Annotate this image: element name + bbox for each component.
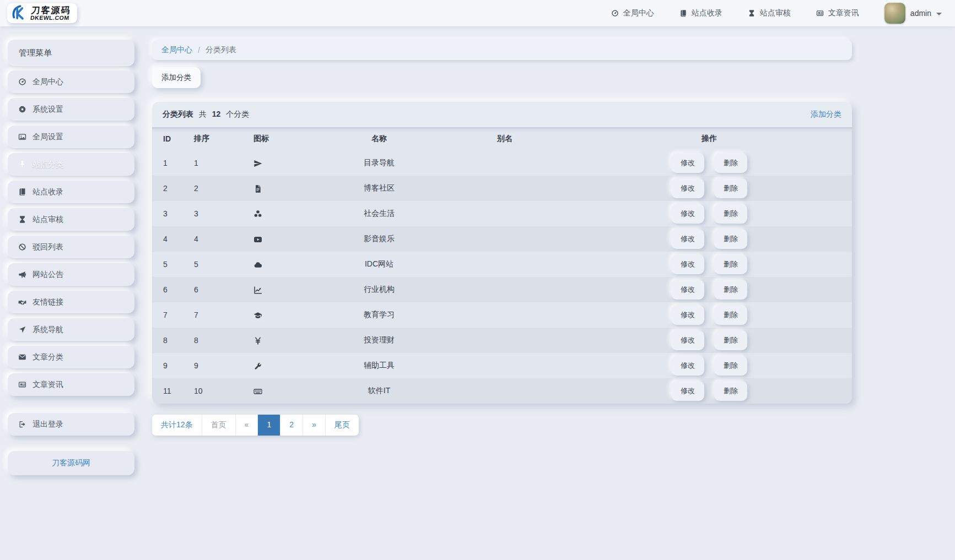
nav-item-site-include[interactable]: 站点收录	[679, 8, 722, 18]
panel-count-prefix: 共	[199, 110, 207, 118]
sidebar-item-label: 退出登录	[33, 420, 63, 429]
nav-item-label: 站点收录	[692, 8, 722, 18]
col-header-alias: 别名	[443, 127, 566, 150]
cell-alias	[443, 252, 566, 277]
cell-sort: 8	[183, 328, 233, 353]
edit-button[interactable]: 修改	[671, 305, 704, 325]
pagination-total: 共计12条	[152, 415, 202, 436]
edit-button[interactable]: 修改	[671, 254, 704, 274]
sidebar-item-site-include[interactable]: 站点收录	[8, 181, 134, 203]
sidebar-item-label: 全局设置	[33, 132, 63, 142]
table-row: 2 2 博客社区 修改 删除	[152, 176, 852, 201]
delete-button[interactable]: 删除	[714, 330, 747, 350]
bullhorn-icon	[18, 270, 26, 279]
sidebar-spacer	[8, 401, 134, 413]
user-menu[interactable]: admin	[884, 3, 942, 24]
panel-add-category-link[interactable]: 添加分类	[811, 110, 841, 119]
add-category-button[interactable]: 添加分类	[152, 67, 201, 88]
sidebar-item-logout[interactable]: 退出登录	[8, 413, 134, 436]
table-row: 4 4 影音娱乐 修改 删除	[152, 226, 852, 252]
sidebar-item-site-categories[interactable]: 站点分类	[8, 153, 134, 176]
pagination-page-2[interactable]: 2	[280, 415, 303, 436]
breadcrumb-root-link[interactable]: 全局中心	[161, 45, 192, 55]
paper-plane-icon	[253, 159, 262, 168]
newspaper-icon	[18, 380, 26, 389]
delete-button[interactable]: 删除	[714, 280, 747, 300]
nav-item-site-review[interactable]: 站点审核	[748, 8, 791, 18]
cell-alias	[443, 277, 566, 302]
cell-sort: 4	[183, 226, 233, 252]
cell-alias	[443, 176, 566, 201]
cell-id: 8	[152, 328, 183, 353]
nav-item-label: 站点审核	[760, 8, 791, 18]
edit-button[interactable]: 修改	[671, 381, 704, 401]
delete-button[interactable]: 删除	[714, 305, 747, 325]
sidebar-item-system-settings[interactable]: 系统设置	[8, 98, 134, 121]
chart-line-icon	[253, 286, 262, 295]
pagination: 共计12条 首页 « 1 2 » 尾页	[152, 415, 359, 436]
cell-id: 9	[152, 353, 183, 378]
table-row: 5 5 IDC网站 修改 删除	[152, 252, 852, 277]
pagination-last[interactable]: 尾页	[326, 415, 359, 436]
edit-button[interactable]: 修改	[671, 229, 704, 249]
sidebar-item-system-nav[interactable]: 系统导航	[8, 318, 134, 341]
cell-id: 1	[152, 150, 183, 176]
cell-name: 目录导航	[315, 150, 443, 176]
newspaper-icon	[816, 9, 824, 17]
edit-button[interactable]: 修改	[671, 204, 704, 224]
panel-title-group: 分类列表 共 12 个分类	[163, 110, 249, 119]
user-name: admin	[910, 9, 931, 18]
panel-title: 分类列表	[163, 110, 193, 118]
sidebar-footer-link[interactable]: 刀客源码网	[8, 451, 134, 475]
youtube-icon	[253, 235, 262, 244]
sidebar-item-label: 文章资讯	[33, 380, 63, 390]
delete-button[interactable]: 删除	[714, 153, 747, 173]
sidebar-item-global-center[interactable]: 全局中心	[8, 70, 134, 93]
yen-icon	[253, 336, 262, 345]
breadcrumb: 全局中心 / 分类列表	[152, 40, 852, 60]
brand-logo[interactable]: 刀客源码 DKEWL.COM	[7, 3, 77, 23]
edit-button[interactable]: 修改	[671, 153, 704, 173]
nav-item-label: 文章资讯	[828, 8, 859, 18]
sidebar-item-site-review[interactable]: 站点审核	[8, 208, 134, 231]
cell-id: 5	[152, 252, 183, 277]
cell-id: 7	[152, 302, 183, 328]
cell-name: 社会生活	[315, 201, 443, 226]
book-icon	[679, 9, 687, 17]
sidebar-item-article-categories[interactable]: 文章分类	[8, 346, 134, 368]
pagination-page-1[interactable]: 1	[258, 415, 280, 436]
table-row: 3 3 社会生活 修改 删除	[152, 201, 852, 226]
nav-item-global-center[interactable]: 全局中心	[611, 8, 654, 18]
file-icon	[253, 184, 262, 193]
col-header-id: ID	[152, 127, 183, 150]
image-icon	[18, 133, 26, 141]
sidebar-item-rejected-list[interactable]: 驳回列表	[8, 236, 134, 258]
book-icon	[18, 188, 26, 196]
pagination-prev[interactable]: «	[236, 415, 258, 436]
delete-button[interactable]: 删除	[714, 178, 747, 198]
tachometer-icon	[611, 9, 619, 17]
sidebar-item-label: 全局中心	[33, 77, 63, 87]
delete-button[interactable]: 删除	[714, 229, 747, 249]
pagination-first[interactable]: 首页	[202, 415, 236, 436]
cell-name: 辅助工具	[315, 353, 443, 378]
edit-button[interactable]: 修改	[671, 356, 704, 376]
delete-button[interactable]: 删除	[714, 381, 747, 401]
sidebar-item-articles[interactable]: 文章资讯	[8, 373, 134, 396]
handshake-icon	[18, 298, 26, 306]
edit-button[interactable]: 修改	[671, 280, 704, 300]
pagination-next[interactable]: »	[303, 415, 326, 436]
delete-button[interactable]: 删除	[714, 356, 747, 376]
delete-button[interactable]: 删除	[714, 254, 747, 274]
sidebar-item-friend-links[interactable]: 友情链接	[8, 291, 134, 313]
cell-alias	[443, 378, 566, 404]
nav-item-articles[interactable]: 文章资讯	[816, 8, 859, 18]
cell-name: 教育学习	[315, 302, 443, 328]
sidebar-item-site-announcement[interactable]: 网站公告	[8, 263, 134, 286]
sidebar-item-global-settings[interactable]: 全局设置	[8, 126, 134, 148]
delete-button[interactable]: 删除	[714, 204, 747, 224]
col-header-icon: 图标	[233, 127, 315, 150]
edit-button[interactable]: 修改	[671, 178, 704, 198]
edit-button[interactable]: 修改	[671, 330, 704, 350]
main-content: 全局中心 / 分类列表 添加分类 分类列表 共 12 个分类 添加分类	[152, 40, 852, 436]
